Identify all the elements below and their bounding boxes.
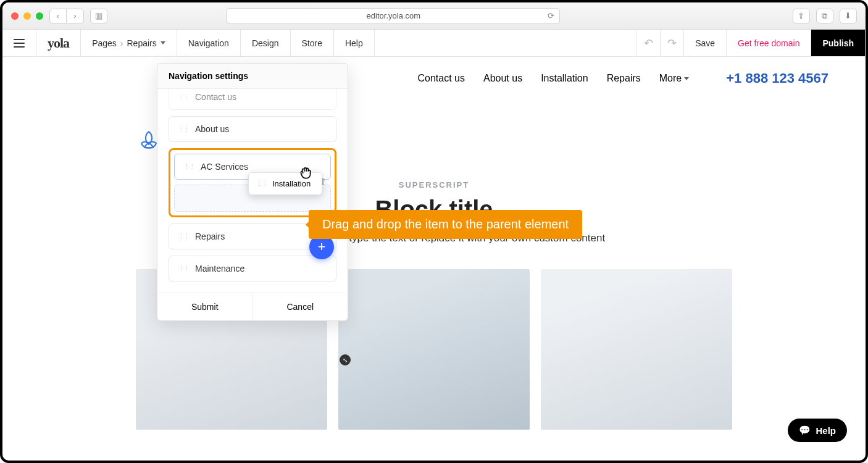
image-card-3[interactable] [541, 269, 732, 430]
drag-handle-icon[interactable]: ⋮⋮ [178, 125, 189, 133]
address-bar[interactable]: editor.yola.com ⟳ [227, 8, 560, 24]
nav-item-maintenance[interactable]: ⋮⋮ Maintenance [169, 256, 336, 282]
cancel-button[interactable]: Cancel [253, 293, 348, 320]
chevron-right-icon: › [120, 38, 123, 48]
drag-handle-icon[interactable]: ⋮⋮ [178, 233, 189, 241]
close-window-icon[interactable] [11, 12, 19, 20]
image-card-2[interactable] [338, 269, 530, 430]
drop-target-zone[interactable]: ⋮⋮ AC Services ⋮⋮ Installation 🗑 [169, 148, 336, 217]
nav-contact-us[interactable]: Contact us [417, 73, 464, 84]
downloads-icon[interactable]: ⬇ [840, 9, 857, 23]
drag-handle-icon: ⋮⋮ [256, 180, 267, 188]
site-navigation: Contact us About us Installation Repairs… [2, 57, 866, 100]
store-menu[interactable]: Store [291, 30, 334, 56]
drag-handle-icon[interactable]: ⋮⋮ [178, 265, 189, 273]
chevron-down-icon [161, 41, 165, 44]
resize-handle-icon[interactable]: ⤡ [340, 354, 351, 365]
hamburger-icon [14, 39, 25, 48]
hint-tooltip: Drag and drop the item to the parent ele… [309, 210, 582, 239]
drag-handle-icon[interactable]: ⋮⋮ [178, 93, 189, 101]
nav-installation[interactable]: Installation [541, 73, 588, 84]
pages-breadcrumb[interactable]: Pages › Repairs [81, 30, 177, 56]
tabs-icon[interactable]: ⧉ [816, 9, 833, 23]
nav-more-dropdown[interactable]: More [659, 73, 689, 84]
plus-icon: + [318, 239, 326, 255]
maximize-window-icon[interactable] [36, 12, 43, 20]
get-free-domain-link[interactable]: Get free domain [727, 30, 811, 56]
image-cards-row [2, 269, 866, 430]
editor-canvas: Contact us About us Installation Repairs… [2, 57, 866, 461]
help-label: Help [816, 425, 836, 436]
menu-button[interactable] [2, 30, 36, 56]
nav-about-us[interactable]: About us [483, 73, 522, 84]
window-controls [11, 12, 43, 20]
chat-icon: 💬 [799, 425, 811, 436]
forward-button[interactable]: › [67, 9, 84, 23]
nav-item-label: AC Services [201, 162, 248, 172]
undo-button[interactable]: ↶ [637, 30, 661, 56]
nav-repairs[interactable]: Repairs [607, 73, 641, 84]
submit-button[interactable]: Submit [157, 293, 253, 320]
drag-handle-icon[interactable]: ⋮⋮ [183, 163, 194, 171]
publish-button[interactable]: Publish [811, 30, 866, 56]
navigation-menu[interactable]: Navigation [177, 30, 241, 56]
current-page: Repairs [127, 38, 157, 48]
logo[interactable]: yola [36, 30, 81, 56]
nav-item-label: About us [195, 124, 229, 134]
grab-cursor-icon [298, 165, 314, 185]
pages-label: Pages [92, 38, 117, 48]
superscript-label[interactable]: SUPERSCRIPT [2, 180, 866, 190]
phone-number[interactable]: +1 888 123 4567 [726, 70, 828, 86]
url-text: editor.yola.com [367, 11, 420, 20]
back-button[interactable]: ‹ [49, 9, 67, 23]
save-button[interactable]: Save [684, 30, 727, 56]
navigation-settings-panel: Navigation settings ⋮⋮ Contact us ⋮⋮ Abo… [157, 63, 348, 321]
toolbar-spacer [375, 30, 637, 56]
redo-button[interactable]: ↷ [661, 30, 684, 56]
nav-item-contact-us[interactable]: ⋮⋮ Contact us [169, 89, 336, 110]
nav-item-about-us[interactable]: ⋮⋮ About us [169, 116, 336, 142]
help-menu[interactable]: Help [334, 30, 375, 56]
help-chat-button[interactable]: 💬 Help [788, 419, 847, 442]
chevron-down-icon [684, 77, 689, 80]
reload-icon[interactable]: ⟳ [548, 11, 554, 20]
nav-item-label: Contact us [195, 92, 236, 102]
app-toolbar: yola Pages › Repairs Navigation Design S… [2, 30, 866, 57]
panel-title: Navigation settings [157, 64, 348, 89]
sidebar-toggle-icon[interactable]: ▥ [90, 9, 107, 23]
site-logo-icon [138, 130, 159, 151]
browser-chrome: ‹ › ▥ editor.yola.com ⟳ ⇪ ⧉ ⬇ [2, 2, 866, 30]
design-menu[interactable]: Design [241, 30, 291, 56]
minimize-window-icon[interactable] [23, 12, 31, 20]
share-icon[interactable]: ⇪ [793, 9, 810, 23]
nav-item-label: Repairs [195, 231, 225, 241]
nav-item-label: Maintenance [195, 264, 244, 273]
